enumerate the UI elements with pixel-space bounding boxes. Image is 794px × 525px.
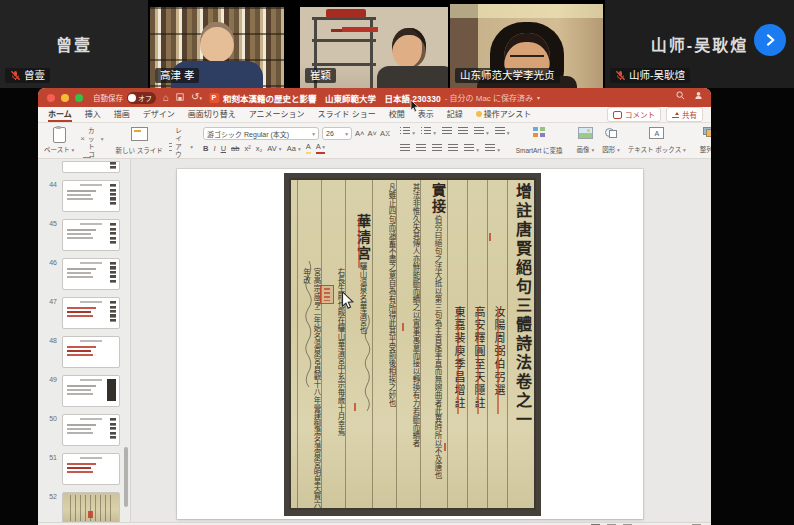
change-case-button[interactable]: Aa ▾ [287,144,301,153]
increase-font-button[interactable]: A˄ [355,129,364,138]
tab-8[interactable]: 表示 [418,107,434,122]
participant-tile-1[interactable]: 高津 孝 [150,7,284,88]
lightbulb-icon [476,111,482,117]
tab-3[interactable]: デザイン [143,107,175,122]
decrease-font-button[interactable]: A˅ [368,129,377,138]
slide-number: 45 [44,219,57,227]
tab-1[interactable]: 挿入 [85,107,101,122]
search-icon[interactable] [676,91,685,100]
participant-tile-0[interactable]: 曾壹曾壹 [0,0,148,88]
tab-5[interactable]: アニメーション [249,107,305,122]
align-text-button[interactable]: ▾ [485,144,500,154]
slide-thumbnail-row-46[interactable]: 46 [44,258,130,290]
bold-button[interactable]: B [203,144,208,153]
slide-thumbnail-row-49[interactable]: 49 [44,375,130,407]
align-right-icon [432,144,442,152]
slide-thumbnail[interactable] [62,453,120,485]
slide-thumbnail-row-48[interactable]: 48 [44,336,130,368]
layout-button[interactable]: レイアウト ▾ [169,127,193,159]
character-spacing-button[interactable]: AV ▾ [267,144,281,153]
slide-thumbnail[interactable] [62,297,120,329]
subscript-button[interactable]: x₂ [256,144,263,153]
tab-0[interactable]: ホーム [48,107,72,122]
clear-formatting-button[interactable]: A𝚡 [380,129,390,139]
italic-button[interactable]: I [214,144,216,153]
tab-4[interactable]: 画面切り替え [188,107,236,122]
home-icon[interactable]: ⌂ [163,93,169,103]
book-page-image[interactable]: 增註唐賢絕句三體詩法卷之一汝陽周弼伯弜選高安釋圓至天隱註東嘉裴庾季昌增註實接伯弜… [284,173,541,516]
align-left-button[interactable] [400,144,410,154]
cut-button[interactable]: ×カット ▾ [80,127,103,151]
font-size-select[interactable]: 26▾ [322,127,352,140]
slide-thumbnail[interactable] [62,414,120,446]
minimize-button[interactable] [61,94,69,102]
slide-thumbnail[interactable] [62,336,120,368]
account-icon[interactable] [694,91,703,100]
slide-thumbnail-row-45[interactable]: 45 [44,219,130,251]
slide-thumbnail-partial[interactable] [62,161,120,173]
align-right-button[interactable] [432,144,442,154]
slide-thumbnail[interactable] [62,492,120,522]
numbering-button[interactable]: ▾ [421,127,436,137]
smartart-convert-button[interactable]: SmartArt に変換 [514,125,565,156]
zoom-button[interactable] [75,94,83,102]
underline-button[interactable]: U [221,144,226,153]
new-slide-button[interactable]: 新しい スライド [114,125,165,156]
slide-thumbnail-panel[interactable]: 44454647484950515253 [38,159,131,522]
participant-tile-3[interactable]: 山东师范大学李光贞 [450,4,603,88]
slide-thumbnail[interactable] [62,219,120,251]
bullets-button[interactable]: ▾ [400,127,415,137]
justify-button[interactable] [448,144,458,154]
slide-thumbnail-row-44[interactable]: 44 [44,180,130,212]
paste-button[interactable]: ペースト ▾ [42,125,76,156]
meeting-strip: 曾壹曾壹高津 孝崔颖山东师范大学李光贞山师-吴耿煊山师-吴耿煊 [0,0,794,88]
superscript-button[interactable]: x² [244,144,250,153]
close-button[interactable] [47,94,55,102]
slide[interactable]: 增註唐賢絕句三體詩法卷之一汝陽周弼伯弜選高安釋圓至天隱註東嘉裴庾季昌增註實接伯弜… [177,169,643,519]
columns-button[interactable]: ▾ [464,144,479,154]
insert-picture-button[interactable]: 画像 ▾ [575,125,597,156]
slide-thumbnail-row-52[interactable]: 52 [44,492,130,522]
slide-thumbnail-row-47[interactable]: 47 [44,297,130,329]
slide-thumbnail-row-51[interactable]: 51 [44,453,130,485]
undo-button[interactable]: ↺▾ [191,92,202,103]
tab-2[interactable]: 描画 [114,107,130,122]
strikethrough-button[interactable]: ab [231,144,239,153]
align-center-button[interactable] [416,144,426,154]
comments-button[interactable]: コメント [607,107,661,122]
share-button[interactable]: 共有 [666,107,703,122]
autosave-toggle[interactable]: オフ [127,92,156,104]
next-participants-button[interactable] [754,24,786,56]
tab-9[interactable]: 記録 [447,107,463,122]
copy-button[interactable]: コピー ▾ [80,151,103,159]
indent-button[interactable] [458,127,468,137]
document-title: P 和刻本漢籍の歴史と影響 山東師範大学 日本語 230330 - 自分の Ma… [209,88,540,107]
slide-thumbnail[interactable] [62,180,120,212]
participant-tile-2[interactable]: 崔颖 [300,7,448,88]
highlight-color-button[interactable]: A [306,142,311,154]
tab-7[interactable]: 校閲 [389,107,405,122]
insert-shapes-button[interactable]: 図形 ▾ [600,125,622,156]
slide-thumbnail-row-50[interactable]: 50 [44,414,130,446]
text-direction-button[interactable]: ▾ [495,127,510,137]
tab-6[interactable]: スライド ショー [317,107,375,122]
insert-textbox-button[interactable]: A テキスト ボックス ▾ [626,125,688,156]
handwriting-annotation [362,313,374,413]
slide-canvas[interactable]: 增註唐賢絕句三體詩法卷之一汝陽周弼伯弜選高安釋圓至天隱註東嘉裴庾季昌增註實接伯弜… [131,159,711,522]
title-chevron-icon[interactable]: ▾ [537,94,540,101]
thumbnail-scrollbar[interactable] [124,447,128,507]
share-icon [672,111,679,118]
participant-label: 崔颖 [305,68,336,83]
outdent-button[interactable] [442,127,452,137]
slide-thumbnail[interactable] [62,375,120,407]
powerpoint-window: 自動保存 オフ ⌂ ↺▾ ↻ ⋯ P 和刻本漢籍の歴史と影響 山東師範大学 日本… [38,88,711,525]
book-column-6: 凡雖止四句而涵蓄不盡之意自為有所得此其平受前後相挨之妙也 [372,180,396,508]
font-color-button[interactable]: A ▾ [316,142,325,154]
toggle-knob [128,94,136,102]
save-icon[interactable] [176,93,184,103]
tab-10[interactable]: 操作アシスト [476,107,532,122]
font-name-select[interactable]: 游ゴシック Regular (本文)▾ [203,127,319,140]
line-spacing-button[interactable]: ▾ [474,127,489,137]
arrange-button[interactable]: 整列 ▾ [698,125,711,156]
slide-thumbnail[interactable] [62,258,120,290]
